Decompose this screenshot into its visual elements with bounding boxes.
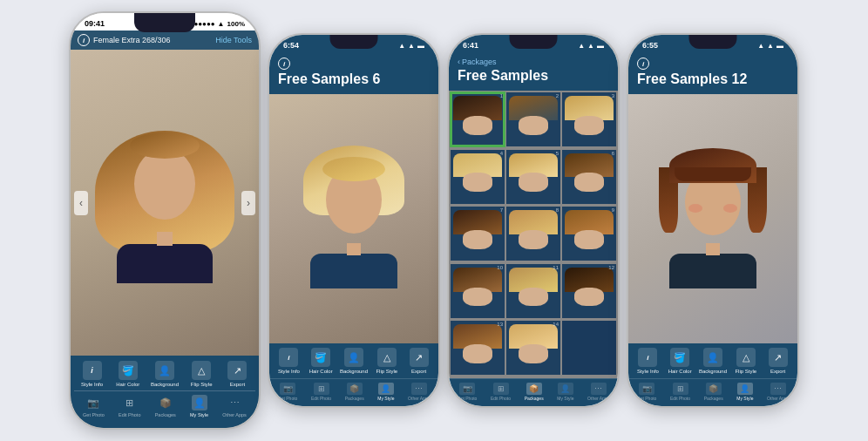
tab-other-apps-1[interactable]: ⋯ Other Apps — [222, 395, 247, 417]
hair-cell-empty — [562, 321, 616, 375]
hc-icon-2: 🪣 — [311, 348, 330, 367]
hair-cell-5[interactable]: 5 — [506, 150, 560, 204]
top-bar-1: i Female Extra 268/306 Hide Tools — [71, 31, 259, 50]
style-info-tool[interactable]: i Style Info — [79, 361, 105, 387]
btab-packages-4[interactable]: 📦 Packages — [704, 383, 723, 401]
tab-get-photo-1[interactable]: 📷 Get Photo — [83, 395, 105, 417]
mini-face-2 — [519, 116, 548, 135]
hair-cell-10[interactable]: 10 — [451, 264, 505, 318]
tab-edit-photo-1[interactable]: ⊞ Edit Photo — [119, 395, 140, 417]
btab-gp-icon-4: 📷 — [639, 383, 654, 395]
btab-editphoto-3[interactable]: ⊞ Edit Photo — [491, 383, 511, 401]
notch-1 — [134, 13, 195, 32]
si-icon-4: i — [638, 348, 657, 367]
battery-2: ▬ — [417, 42, 424, 50]
hair-cell-1[interactable]: 1 — [451, 92, 505, 146]
hair-cell-2[interactable]: 2 — [506, 92, 560, 146]
btab-pk-icon-3: 📦 — [526, 383, 542, 395]
top-header-2: i Free Samples 6 — [269, 52, 438, 94]
hair-cell-7[interactable]: 7 — [451, 207, 505, 261]
tab-packages-1[interactable]: 📦 Packages — [155, 395, 176, 417]
hair-color-tool[interactable]: 🪣 Hair Color — [115, 361, 141, 387]
export-tool[interactable]: ↗ Export — [224, 361, 250, 387]
hair-cell-14[interactable]: 14 — [506, 321, 560, 375]
tab-my-style-1[interactable]: 👤 My Style — [190, 395, 208, 417]
btab-oa-icon-2: ⋯ — [411, 383, 427, 395]
btab-getphoto-2[interactable]: 📷 Get Photo — [278, 383, 298, 401]
flip-4[interactable]: △ Flip Style — [733, 348, 759, 374]
mini-person-14 — [506, 321, 560, 375]
btab-mystyle-3[interactable]: 👤 My Style — [557, 383, 573, 401]
btab-mystyle-4[interactable]: 👤 My Style — [736, 383, 753, 401]
info-icon-4[interactable]: i — [637, 58, 649, 70]
si-icon-2: i — [279, 348, 298, 367]
export-4[interactable]: ↗ Export — [765, 348, 791, 374]
back-link-3[interactable]: ‹ Packages — [458, 58, 609, 66]
signal-2: ▲ — [398, 42, 405, 50]
btab-oa-icon-3: ⋯ — [591, 383, 607, 395]
hair-color-4[interactable]: 🪣 Hair Color — [667, 348, 693, 374]
btab-packages-2[interactable]: 📦 Packages — [345, 383, 364, 401]
status-icons-4: ▲ ▲ ▬ — [757, 42, 783, 50]
hair-cell-13[interactable]: 13 — [451, 321, 505, 375]
btab-otherapps-2[interactable]: ⋯ Other Apps — [408, 383, 430, 401]
btab-editphoto-2[interactable]: ⊞ Edit Photo — [311, 383, 331, 401]
hair-cell-4[interactable]: 4 — [451, 150, 505, 204]
mini-face-5 — [519, 173, 548, 192]
hair-color-icon: 🪣 — [119, 361, 138, 380]
background-tool[interactable]: 👤 Background — [151, 361, 179, 387]
mini-person-10 — [451, 264, 505, 318]
flip-style-tool[interactable]: △ Flip Style — [188, 361, 214, 387]
btab-otherapps-3[interactable]: ⋯ Other Apps — [587, 383, 609, 401]
mini-face-3 — [574, 116, 604, 135]
btab-gotphoto-3[interactable]: 📷 Got Photo — [458, 383, 478, 401]
hair-cell-8[interactable]: 8 — [506, 207, 560, 261]
background-label: Background — [151, 382, 179, 387]
btab-pk-icon-2: 📦 — [347, 383, 363, 395]
mini-person-12 — [562, 264, 616, 318]
hair-cell-3[interactable]: 3 — [562, 92, 616, 146]
hair-cell-11[interactable]: 11 — [506, 264, 560, 318]
info-icon-2[interactable]: i — [278, 58, 290, 70]
photo-area-2 — [269, 94, 438, 343]
hair-cell-12[interactable]: 12 — [562, 264, 616, 318]
flip-2[interactable]: △ Flip Style — [374, 348, 400, 374]
cell-num-8: 8 — [556, 207, 559, 213]
bottom-tabs-4: 📷 Get Photo ⊞ Edit Photo 📦 Packages 👤 My… — [628, 378, 797, 406]
background-4[interactable]: 👤 Background — [699, 348, 727, 374]
btab-mystyle-2[interactable]: 👤 My Style — [377, 383, 394, 401]
wifi-2: ▲ — [408, 42, 415, 50]
hide-tools-btn[interactable]: Hide Tools — [215, 36, 252, 44]
flip-icon-2: △ — [377, 348, 397, 367]
bottom-tabs-2: 📷 Get Photo ⊞ Edit Photo 📦 Packages 👤 My… — [269, 378, 438, 406]
btab-editphoto-4[interactable]: ⊞ Edit Photo — [670, 383, 690, 401]
mini-person-13 — [451, 321, 505, 375]
status-icons-1: ●●●●● ▲ 100% — [193, 20, 245, 28]
hc-label-4: Hair Color — [668, 369, 692, 374]
phone-4: 6:55 ▲ ▲ ▬ i Free Samples 12 — [627, 33, 799, 408]
hair-color-2[interactable]: 🪣 Hair Color — [308, 348, 334, 374]
style-info-2[interactable]: i Style Info — [275, 348, 302, 374]
arrow-right-1[interactable]: › — [241, 191, 255, 215]
btab-packages-3[interactable]: 📦 Packages — [525, 383, 544, 401]
hair-cell-9[interactable]: 9 — [562, 207, 616, 261]
btab-ms-icon-3: 👤 — [558, 383, 573, 395]
arrow-left-1[interactable]: ‹ — [74, 191, 88, 215]
style-info-4[interactable]: i Style Info — [634, 348, 661, 374]
flip-style-icon: △ — [192, 361, 211, 380]
page-title-3: Free Samples — [458, 68, 609, 84]
mini-face-1 — [463, 116, 492, 135]
back-label-3: Packages — [462, 58, 497, 66]
background-2[interactable]: 👤 Background — [340, 348, 368, 374]
top-header-4: i Free Samples 12 — [628, 52, 797, 94]
cell-num-10: 10 — [497, 265, 503, 270]
btab-getphoto-4[interactable]: 📷 Get Photo — [637, 383, 657, 401]
info-icon-1[interactable]: i — [78, 34, 90, 46]
page-title-4: Free Samples 12 — [637, 71, 789, 87]
mini-person-5 — [506, 150, 560, 204]
btab-otherapps-4[interactable]: ⋯ Other Apps — [767, 383, 789, 401]
hair-cell-6[interactable]: 6 — [562, 150, 616, 204]
back-chevron-3: ‹ — [458, 58, 460, 66]
export-2[interactable]: ↗ Export — [406, 348, 432, 374]
cell-num-14: 14 — [553, 322, 559, 327]
